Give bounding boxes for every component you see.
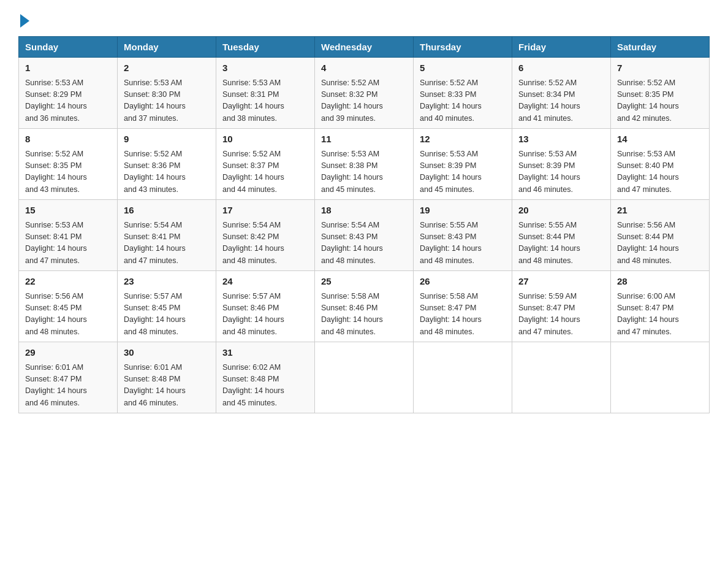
day-number: 2 xyxy=(124,61,210,75)
day-info: Sunrise: 5:52 AMSunset: 8:32 PMDaylight:… xyxy=(321,77,407,125)
day-info: Sunrise: 5:53 AMSunset: 8:31 PMDaylight:… xyxy=(222,77,308,125)
calendar-cell: 20Sunrise: 5:55 AMSunset: 8:44 PMDayligh… xyxy=(512,200,611,271)
day-number: 19 xyxy=(420,204,506,218)
calendar-cell: 3Sunrise: 5:53 AMSunset: 8:31 PMDaylight… xyxy=(216,58,315,129)
day-number: 14 xyxy=(617,132,703,147)
day-info: Sunrise: 5:59 AMSunset: 8:47 PMDaylight:… xyxy=(518,291,604,339)
calendar-week-row: 15Sunrise: 5:53 AMSunset: 8:41 PMDayligh… xyxy=(19,200,710,271)
day-info: Sunrise: 5:56 AMSunset: 8:45 PMDaylight:… xyxy=(25,291,111,339)
day-number: 11 xyxy=(321,132,407,147)
day-info: Sunrise: 5:53 AMSunset: 8:40 PMDaylight:… xyxy=(617,148,703,196)
calendar-cell: 25Sunrise: 5:58 AMSunset: 8:46 PMDayligh… xyxy=(315,271,414,342)
weekday-header-saturday: Saturday xyxy=(611,37,710,58)
day-number: 30 xyxy=(124,346,210,360)
day-number: 25 xyxy=(321,275,407,289)
day-info: Sunrise: 5:52 AMSunset: 8:35 PMDaylight:… xyxy=(617,77,703,125)
day-number: 7 xyxy=(617,61,703,75)
calendar-cell: 7Sunrise: 5:52 AMSunset: 8:35 PMDaylight… xyxy=(611,58,710,129)
calendar-cell: 21Sunrise: 5:56 AMSunset: 8:44 PMDayligh… xyxy=(611,200,710,271)
day-info: Sunrise: 5:53 AMSunset: 8:38 PMDaylight:… xyxy=(321,148,407,196)
day-number: 20 xyxy=(518,204,604,218)
calendar-cell: 10Sunrise: 5:52 AMSunset: 8:37 PMDayligh… xyxy=(216,129,315,200)
weekday-header-monday: Monday xyxy=(118,37,216,58)
day-number: 17 xyxy=(222,204,308,218)
weekday-header-row: SundayMondayTuesdayWednesdayThursdayFrid… xyxy=(19,37,710,58)
day-info: Sunrise: 5:52 AMSunset: 8:35 PMDaylight:… xyxy=(25,148,111,196)
calendar-week-row: 22Sunrise: 5:56 AMSunset: 8:45 PMDayligh… xyxy=(19,271,710,342)
weekday-header-sunday: Sunday xyxy=(19,37,118,58)
calendar-cell: 24Sunrise: 5:57 AMSunset: 8:46 PMDayligh… xyxy=(216,271,315,342)
day-number: 10 xyxy=(222,132,308,147)
calendar-cell: 26Sunrise: 5:58 AMSunset: 8:47 PMDayligh… xyxy=(414,271,512,342)
day-number: 27 xyxy=(518,275,604,289)
calendar-cell: 31Sunrise: 6:02 AMSunset: 8:48 PMDayligh… xyxy=(216,342,315,413)
calendar-cell: 14Sunrise: 5:53 AMSunset: 8:40 PMDayligh… xyxy=(611,129,710,200)
day-info: Sunrise: 5:53 AMSunset: 8:39 PMDaylight:… xyxy=(420,148,506,196)
calendar-cell: 27Sunrise: 5:59 AMSunset: 8:47 PMDayligh… xyxy=(512,271,611,342)
calendar-cell: 17Sunrise: 5:54 AMSunset: 8:42 PMDayligh… xyxy=(216,200,315,271)
calendar-cell: 6Sunrise: 5:52 AMSunset: 8:34 PMDaylight… xyxy=(512,58,611,129)
calendar-cell: 4Sunrise: 5:52 AMSunset: 8:32 PMDaylight… xyxy=(315,58,414,129)
calendar-week-row: 29Sunrise: 6:01 AMSunset: 8:47 PMDayligh… xyxy=(19,342,710,413)
day-number: 16 xyxy=(124,204,210,218)
calendar-cell: 23Sunrise: 5:57 AMSunset: 8:45 PMDayligh… xyxy=(118,271,216,342)
day-number: 5 xyxy=(420,61,506,75)
day-info: Sunrise: 6:01 AMSunset: 8:48 PMDaylight:… xyxy=(124,362,210,410)
calendar-week-row: 1Sunrise: 5:53 AMSunset: 8:29 PMDaylight… xyxy=(19,58,710,129)
page-header xyxy=(18,12,710,25)
day-number: 26 xyxy=(420,275,506,289)
weekday-header-thursday: Thursday xyxy=(414,37,512,58)
logo xyxy=(18,12,29,25)
calendar-cell: 29Sunrise: 6:01 AMSunset: 8:47 PMDayligh… xyxy=(19,342,118,413)
calendar-cell: 18Sunrise: 5:54 AMSunset: 8:43 PMDayligh… xyxy=(315,200,414,271)
calendar-cell: 22Sunrise: 5:56 AMSunset: 8:45 PMDayligh… xyxy=(19,271,118,342)
calendar-cell: 8Sunrise: 5:52 AMSunset: 8:35 PMDaylight… xyxy=(19,129,118,200)
day-number: 29 xyxy=(25,346,111,360)
day-number: 6 xyxy=(518,61,604,75)
day-info: Sunrise: 5:53 AMSunset: 8:29 PMDaylight:… xyxy=(25,77,111,125)
day-number: 22 xyxy=(25,275,111,289)
calendar-cell: 16Sunrise: 5:54 AMSunset: 8:41 PMDayligh… xyxy=(118,200,216,271)
day-info: Sunrise: 5:58 AMSunset: 8:47 PMDaylight:… xyxy=(420,291,506,339)
day-info: Sunrise: 5:52 AMSunset: 8:36 PMDaylight:… xyxy=(124,148,210,196)
day-info: Sunrise: 5:54 AMSunset: 8:41 PMDaylight:… xyxy=(124,220,210,267)
day-number: 24 xyxy=(222,275,308,289)
calendar-cell: 11Sunrise: 5:53 AMSunset: 8:38 PMDayligh… xyxy=(315,129,414,200)
day-number: 28 xyxy=(617,275,703,289)
weekday-header-tuesday: Tuesday xyxy=(216,37,315,58)
day-info: Sunrise: 5:55 AMSunset: 8:44 PMDaylight:… xyxy=(518,220,604,267)
day-info: Sunrise: 5:53 AMSunset: 8:41 PMDaylight:… xyxy=(25,220,111,267)
day-info: Sunrise: 6:01 AMSunset: 8:47 PMDaylight:… xyxy=(25,362,111,410)
day-info: Sunrise: 5:54 AMSunset: 8:42 PMDaylight:… xyxy=(222,220,308,267)
day-info: Sunrise: 5:56 AMSunset: 8:44 PMDaylight:… xyxy=(617,220,703,267)
day-number: 4 xyxy=(321,61,407,75)
day-number: 15 xyxy=(25,204,111,218)
calendar-cell: 1Sunrise: 5:53 AMSunset: 8:29 PMDaylight… xyxy=(19,58,118,129)
calendar-cell: 19Sunrise: 5:55 AMSunset: 8:43 PMDayligh… xyxy=(414,200,512,271)
day-number: 9 xyxy=(124,132,210,147)
day-info: Sunrise: 6:02 AMSunset: 8:48 PMDaylight:… xyxy=(222,362,308,410)
calendar-cell xyxy=(414,342,512,413)
calendar-cell xyxy=(611,342,710,413)
calendar-cell xyxy=(315,342,414,413)
calendar-cell: 13Sunrise: 5:53 AMSunset: 8:39 PMDayligh… xyxy=(512,129,611,200)
day-number: 31 xyxy=(222,346,308,360)
calendar-cell: 12Sunrise: 5:53 AMSunset: 8:39 PMDayligh… xyxy=(414,129,512,200)
day-number: 21 xyxy=(617,204,703,218)
calendar-cell: 9Sunrise: 5:52 AMSunset: 8:36 PMDaylight… xyxy=(118,129,216,200)
day-number: 13 xyxy=(518,132,604,147)
calendar-cell: 15Sunrise: 5:53 AMSunset: 8:41 PMDayligh… xyxy=(19,200,118,271)
calendar-cell: 28Sunrise: 6:00 AMSunset: 8:47 PMDayligh… xyxy=(611,271,710,342)
day-number: 18 xyxy=(321,204,407,218)
day-info: Sunrise: 5:58 AMSunset: 8:46 PMDaylight:… xyxy=(321,291,407,339)
calendar-cell: 2Sunrise: 5:53 AMSunset: 8:30 PMDaylight… xyxy=(118,58,216,129)
calendar-table: SundayMondayTuesdayWednesdayThursdayFrid… xyxy=(18,36,710,413)
day-number: 12 xyxy=(420,132,506,147)
calendar-week-row: 8Sunrise: 5:52 AMSunset: 8:35 PMDaylight… xyxy=(19,129,710,200)
day-info: Sunrise: 5:53 AMSunset: 8:39 PMDaylight:… xyxy=(518,148,604,196)
weekday-header-wednesday: Wednesday xyxy=(315,37,414,58)
day-number: 1 xyxy=(25,61,111,75)
calendar-cell xyxy=(512,342,611,413)
day-info: Sunrise: 5:57 AMSunset: 8:45 PMDaylight:… xyxy=(124,291,210,339)
day-info: Sunrise: 5:57 AMSunset: 8:46 PMDaylight:… xyxy=(222,291,308,339)
